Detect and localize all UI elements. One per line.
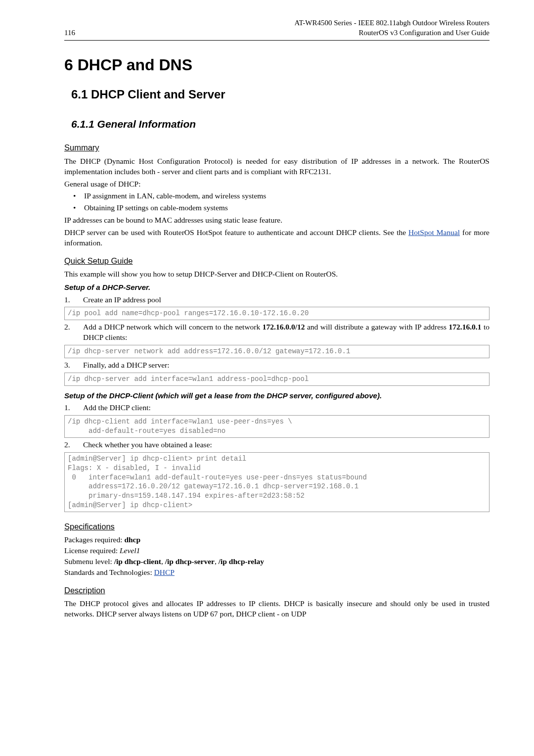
chapter-heading: 6 DHCP and DNS bbox=[64, 54, 490, 76]
summary-bullet-1: IP assignment in LAN, cable-modem, and w… bbox=[73, 191, 490, 201]
summary-para2: IP addresses can be bound to MAC address… bbox=[64, 215, 490, 226]
specs-sep: , bbox=[215, 557, 219, 566]
description-heading: Description bbox=[64, 585, 490, 596]
dhcp-standard-link[interactable]: DHCP bbox=[154, 568, 175, 576]
specs-sep: , bbox=[161, 557, 165, 566]
code-block-client-print: [admin@Server] ip dhcp-client> print det… bbox=[64, 452, 490, 512]
step-bold2: 172.16.0.1 bbox=[449, 323, 482, 331]
specs-heading: Specifications bbox=[64, 521, 490, 532]
step-num: 2. bbox=[64, 322, 70, 332]
client-step-1: 1.Add the DHCP client: bbox=[64, 403, 490, 413]
quick-setup-intro: This example will show you how to setup … bbox=[64, 269, 490, 280]
specs-value: /ip dhcp-relay bbox=[219, 557, 264, 566]
quick-setup-heading: Quick Setup Guide bbox=[64, 255, 490, 266]
section-heading-6-1: 6.1 DHCP Client and Server bbox=[71, 87, 490, 102]
specs-value: /ip dhcp-client bbox=[114, 557, 161, 566]
step-num: 1. bbox=[64, 403, 70, 413]
description-para: The DHCP protocol gives and allocates IP… bbox=[64, 599, 490, 619]
step-text: Check whether you have obtained a lease: bbox=[83, 440, 212, 449]
specs-label: Packages required: bbox=[64, 535, 124, 544]
summary-para3-lead: DHCP server can be used with RouterOS Ho… bbox=[64, 228, 408, 236]
step-bold1: 172.16.0.0/12 bbox=[263, 323, 305, 331]
server-step-2: 2.Add a DHCP network which will concern … bbox=[64, 322, 490, 343]
step-text: Add the DHCP client: bbox=[83, 403, 151, 412]
hotspot-manual-link[interactable]: HotSpot Manual bbox=[408, 228, 460, 236]
page-header: 116 AT-WR4500 Series - IEEE 802.11abgh O… bbox=[64, 18, 490, 41]
specs-value: Level1 bbox=[120, 546, 140, 555]
client-step-2: 2.Check whether you have obtained a leas… bbox=[64, 440, 490, 450]
specs-block: Packages required: dhcp License required… bbox=[64, 535, 490, 578]
code-block-network: /ip dhcp-server network add address=172.… bbox=[64, 345, 490, 358]
specs-packages: Packages required: dhcp bbox=[64, 535, 490, 545]
specs-submenu: Submenu level: /ip dhcp-client, /ip dhcp… bbox=[64, 557, 490, 567]
code-block-pool: /ip pool add name=dhcp-pool ranges=172.1… bbox=[64, 307, 490, 320]
doc-title-line2: RouterOS v3 Configuration and User Guide bbox=[294, 28, 490, 38]
step-num: 3. bbox=[64, 360, 70, 371]
summary-para1: The DHCP (Dynamic Host Configuration Pro… bbox=[64, 156, 490, 177]
summary-usage-intro: General usage of DHCP: bbox=[64, 179, 490, 189]
client-steps-cont: 2.Check whether you have obtained a leas… bbox=[64, 440, 490, 450]
server-step-1: 1.Create an IP address pool bbox=[64, 295, 490, 305]
step-lead: Add a DHCP network which will concern to… bbox=[83, 323, 263, 331]
server-steps-cont: 2.Add a DHCP network which will concern … bbox=[64, 322, 490, 343]
server-steps: 1.Create an IP address pool bbox=[64, 295, 490, 305]
client-steps: 1.Add the DHCP client: bbox=[64, 403, 490, 413]
step-text: Finally, add a DHCP server: bbox=[83, 361, 170, 369]
page-number: 116 bbox=[64, 28, 75, 38]
summary-heading: Summary bbox=[64, 142, 490, 153]
step-num: 1. bbox=[64, 295, 70, 305]
specs-label: License required: bbox=[64, 546, 120, 555]
code-block-client-add: /ip dhcp-client add interface=wlan1 use-… bbox=[64, 415, 490, 438]
client-setup-title: Setup of the DHCP-Client (which will get… bbox=[64, 391, 490, 401]
specs-value: dhcp bbox=[124, 535, 140, 544]
server-steps-cont2: 3.Finally, add a DHCP server: bbox=[64, 360, 490, 371]
doc-title-line1: AT-WR4500 Series - IEEE 802.11abgh Outdo… bbox=[294, 18, 490, 28]
summary-para3: DHCP server can be used with RouterOS Ho… bbox=[64, 228, 490, 248]
specs-standards: Standards and Technologies: DHCP bbox=[64, 567, 490, 578]
step-text: Create an IP address pool bbox=[83, 295, 161, 304]
step-mid: and will distribute a gateway with IP ad… bbox=[305, 323, 448, 331]
summary-bullet-2: Obtaining IP settings on cable-modem sys… bbox=[73, 203, 490, 213]
specs-value: /ip dhcp-server bbox=[165, 557, 215, 566]
code-block-server: /ip dhcp-server add interface=wlan1 addr… bbox=[64, 373, 490, 386]
specs-label: Standards and Technologies: bbox=[64, 568, 154, 576]
specs-license: License required: Level1 bbox=[64, 546, 490, 556]
summary-bullet-list: IP assignment in LAN, cable-modem, and w… bbox=[64, 191, 490, 213]
server-step-3: 3.Finally, add a DHCP server: bbox=[64, 360, 490, 371]
specs-label: Submenu level: bbox=[64, 557, 114, 566]
doc-title-block: AT-WR4500 Series - IEEE 802.11abgh Outdo… bbox=[294, 18, 490, 38]
step-num: 2. bbox=[64, 440, 70, 450]
server-setup-title: Setup of a DHCP-Server. bbox=[64, 283, 490, 292]
subsection-heading-6-1-1: 6.1.1 General Information bbox=[71, 117, 490, 131]
